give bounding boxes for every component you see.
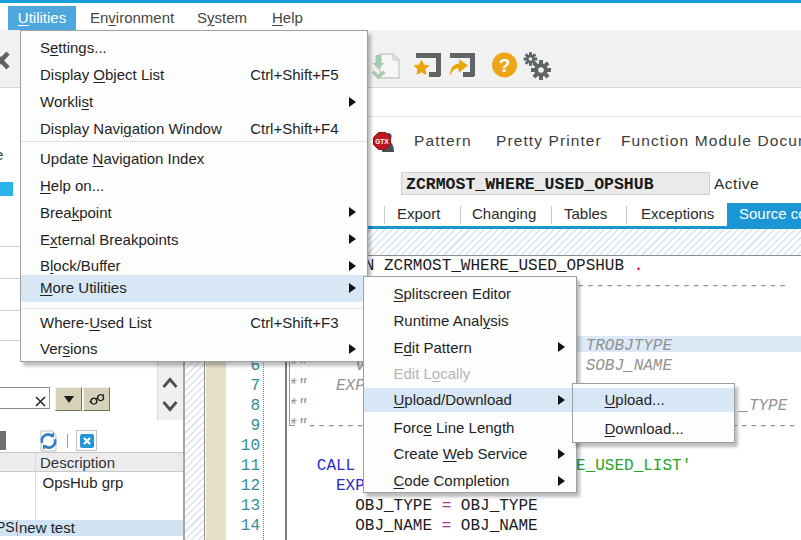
svg-text:?: ? [499,55,511,76]
svg-text:GTX: GTX [375,138,389,145]
